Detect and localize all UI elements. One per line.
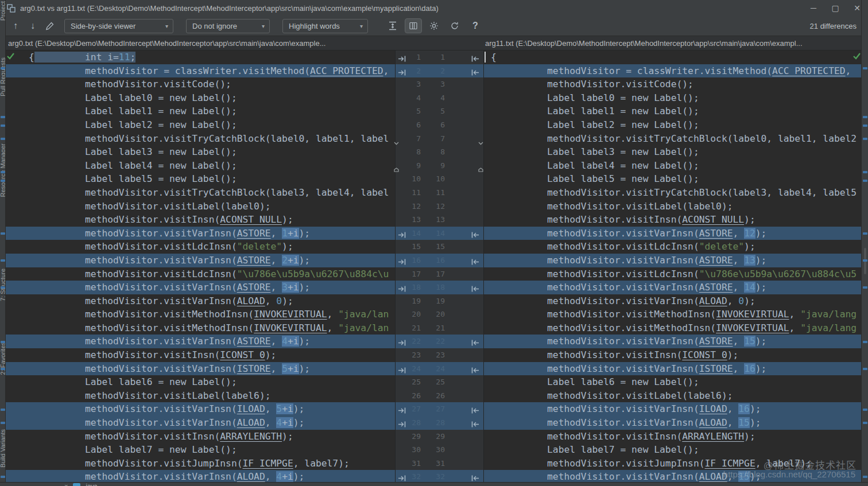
code-line-left[interactable]: methodVisitor.visitVarInsn(ASTORE, 4+i); <box>6 335 395 348</box>
code-line-left[interactable]: methodVisitor.visitLdcInsn("delete"); <box>6 240 395 254</box>
collapse-unchanged-icon[interactable] <box>384 18 401 33</box>
code-line-left[interactable]: methodVisitor.visitVarInsn(ALOAD, 4+i); <box>6 470 395 482</box>
right-editor[interactable]: { methodVisitor = classWriter.visitMetho… <box>484 50 861 482</box>
code-line-left[interactable]: methodVisitor.visitMethodInsn(INVOKEVIRT… <box>6 321 395 335</box>
code-line-right[interactable]: Label label1 = new Label(); <box>484 104 861 118</box>
code-line-right[interactable]: Label label2 = new Label(); <box>484 118 861 132</box>
diff-scroll-marker[interactable] <box>863 476 867 478</box>
code-line-right[interactable]: methodVisitor.visitVarInsn(ASTORE, 14); <box>484 281 861 294</box>
diff-scroll-marker[interactable] <box>863 286 867 289</box>
code-line-left[interactable]: Label label4 = new Label(); <box>6 159 395 173</box>
diff-scroll-marker[interactable] <box>1 232 5 235</box>
diff-scroll-marker[interactable] <box>863 259 867 262</box>
diff-scroll-marker[interactable] <box>1 125 5 127</box>
diff-scroll-marker[interactable] <box>863 125 867 127</box>
tool-window-button[interactable]: Pull Requests <box>0 57 6 96</box>
code-line-left[interactable]: methodVisitor.visitVarInsn(ALOAD, 0); <box>6 294 395 308</box>
code-line-left[interactable]: methodVisitor.visitVarInsn(ALOAD, 4+i); <box>6 416 395 430</box>
diff-scroll-marker[interactable] <box>863 116 867 118</box>
code-line-left[interactable]: methodVisitor.visitInsn(ARRAYLENGTH); <box>6 430 395 444</box>
code-line-right[interactable]: Label label3 = new Label(); <box>484 145 861 159</box>
left-editor[interactable]: { int i=11; methodVisitor = classWriter.… <box>6 50 395 482</box>
apply-change-icon[interactable] <box>471 67 479 75</box>
settings-gear-icon[interactable] <box>425 18 443 33</box>
maximize-button[interactable]: ▢ <box>824 0 846 16</box>
code-line-right[interactable]: methodVisitor.visitInsn(ARRAYLENGTH); <box>484 430 861 444</box>
previous-difference-icon[interactable]: ↑ <box>7 18 24 33</box>
diff-scroll-marker[interactable] <box>863 368 867 370</box>
code-line-left[interactable]: Label label0 = new Label(); <box>6 91 395 105</box>
code-line-left[interactable]: methodVisitor.visitTryCatchBlock(label0,… <box>6 132 395 146</box>
code-line-right[interactable]: Label label4 = new Label(); <box>484 159 861 173</box>
code-line-left[interactable]: Label label7 = new Label(); <box>6 443 395 457</box>
code-line-right[interactable]: methodVisitor.visitVarInsn(ASTORE, 12); <box>484 227 861 240</box>
ignore-policy-dropdown[interactable]: Do not ignore▾ <box>186 19 270 33</box>
code-line-right[interactable]: methodVisitor.visitLdcInsn("\u786e\u5b9a… <box>484 267 861 281</box>
close-icon[interactable]: × <box>64 483 68 486</box>
tool-window-button[interactable]: Build Variants <box>0 429 6 468</box>
code-line-left[interactable]: methodVisitor.visitMethodInsn(INVOKEVIRT… <box>6 308 395 321</box>
code-line-right[interactable]: methodVisitor.visitInsn(ICONST_0); <box>484 348 861 362</box>
code-line-right[interactable]: methodVisitor.visitCode(); <box>484 77 861 91</box>
code-line-left[interactable]: methodVisitor.visitTryCatchBlock(label3,… <box>6 186 395 200</box>
code-line-left[interactable]: Label label6 = new Label(); <box>6 375 395 389</box>
code-line-right[interactable]: methodVisitor.visitTryCatchBlock(label3,… <box>484 186 861 200</box>
code-line-right[interactable]: methodVisitor.visitLabel(label0); <box>484 200 861 213</box>
diff-scroll-marker[interactable] <box>863 171 867 173</box>
diff-scroll-marker[interactable] <box>1 171 5 173</box>
diff-scroll-marker[interactable] <box>863 341 867 343</box>
code-line-right[interactable]: methodVisitor.visitVarInsn(ALOAD, 15); <box>484 416 861 430</box>
code-line-left[interactable]: methodVisitor = classWriter.visitMethod(… <box>6 64 395 78</box>
code-line-right[interactable]: methodVisitor = classWriter.visitMethod(… <box>484 64 861 78</box>
apply-change-icon[interactable] <box>471 53 479 61</box>
apply-change-icon[interactable] <box>471 230 479 237</box>
code-line-left[interactable]: methodVisitor.visitJumpInsn(IF_ICMPGE, l… <box>6 457 395 471</box>
help-icon[interactable]: ? <box>467 18 484 33</box>
diff-scroll-marker[interactable] <box>863 232 867 235</box>
code-line-right[interactable]: Label label6 = new Label(); <box>484 375 861 389</box>
tool-window-stripe-left[interactable]: ProjectPull RequestsResource Manager7: S… <box>0 0 6 486</box>
code-line-right[interactable]: methodVisitor.visitInsn(ACONST_NULL); <box>484 213 861 227</box>
apply-change-icon[interactable] <box>471 473 479 480</box>
diff-scroll-marker[interactable] <box>1 476 5 478</box>
next-difference-icon[interactable]: ↓ <box>24 18 41 33</box>
diff-scroll-marker[interactable] <box>1 286 5 289</box>
refresh-icon[interactable] <box>446 18 463 33</box>
diff-scroll-marker[interactable] <box>863 67 867 69</box>
code-line-right[interactable]: Label label5 = new Label(); <box>484 172 861 186</box>
code-line-right[interactable]: methodVisitor.visitVarInsn(ASTORE, 15); <box>484 335 861 348</box>
diff-scroll-marker[interactable] <box>863 180 867 182</box>
code-line-left[interactable]: Label label5 = new Label(); <box>6 172 395 186</box>
code-line-left[interactable]: methodVisitor.visitInsn(ACONST_NULL); <box>6 213 395 227</box>
code-line-right[interactable]: { <box>484 50 861 64</box>
code-line-left[interactable]: { int i=11; <box>6 50 395 64</box>
code-line-right[interactable]: methodVisitor.visitLabel(label6); <box>484 389 861 403</box>
apply-change-icon[interactable] <box>471 365 479 372</box>
code-line-right[interactable]: Label label0 = new Label(); <box>484 91 861 105</box>
code-line-left[interactable]: methodVisitor.visitVarInsn(ISTORE, 5+i); <box>6 362 395 376</box>
code-line-left[interactable]: Label label1 = new Label(); <box>6 104 395 118</box>
apply-change-icon[interactable] <box>471 256 479 264</box>
diff-scroll-marker[interactable] <box>1 368 5 370</box>
code-line-right[interactable]: methodVisitor.visitMethodInsn(INVOKEVIRT… <box>484 321 861 335</box>
diff-scroll-marker[interactable] <box>1 180 5 182</box>
code-line-left[interactable]: methodVisitor.visitVarInsn(ASTORE, 3+i); <box>6 281 395 294</box>
apply-change-icon[interactable] <box>471 283 479 291</box>
code-line-right[interactable]: methodVisitor.visitVarInsn(ASTORE, 13); <box>484 254 861 267</box>
diff-scroll-marker[interactable] <box>1 259 5 262</box>
diff-scroll-marker[interactable] <box>1 138 5 140</box>
edit-icon[interactable] <box>41 18 59 33</box>
scroll-marker-stripe-right[interactable] <box>861 0 868 486</box>
code-line-left[interactable]: methodVisitor.visitLdcInsn("\u786e\u5b9a… <box>6 267 395 281</box>
code-line-left[interactable]: methodVisitor.visitInsn(ICONST_0); <box>6 348 395 362</box>
apply-change-icon[interactable] <box>471 405 479 413</box>
apply-change-icon[interactable] <box>471 419 479 426</box>
apply-change-icon[interactable] <box>471 337 479 345</box>
code-line-left[interactable]: methodVisitor.visitVarInsn(ILOAD, 5+i); <box>6 402 395 416</box>
code-line-right[interactable]: methodVisitor.visitMethodInsn(INVOKEVIRT… <box>484 308 861 321</box>
code-line-left[interactable]: Label label3 = new Label(); <box>6 145 395 159</box>
highlight-policy-dropdown[interactable]: Highlight words▾ <box>282 19 368 33</box>
diff-scroll-marker[interactable] <box>1 67 5 69</box>
code-line-right[interactable]: methodVisitor.visitVarInsn(ISTORE, 16); <box>484 362 861 376</box>
tool-window-button[interactable]: 7: Structure <box>0 269 6 301</box>
